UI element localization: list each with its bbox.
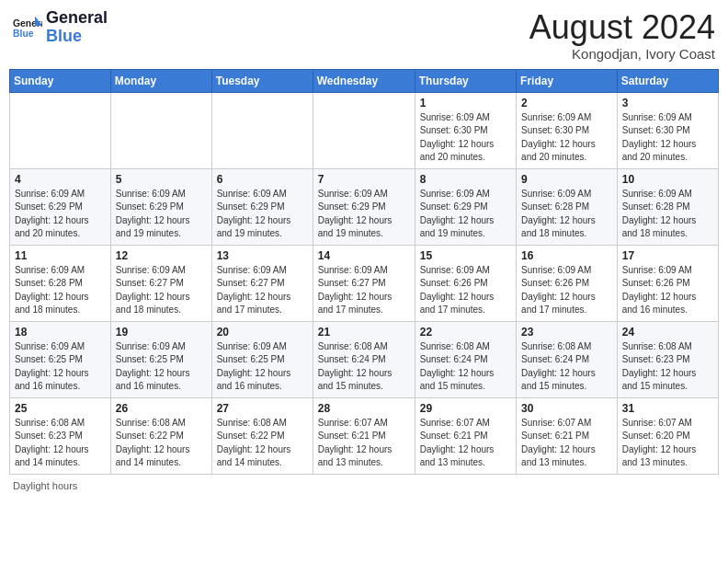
calendar-cell: 8Sunrise: 6:09 AMSunset: 6:29 PMDaylight… [415, 168, 516, 245]
day-info: Sunrise: 6:08 AMSunset: 6:23 PMDaylight:… [622, 340, 713, 394]
day-info: Sunrise: 6:08 AMSunset: 6:23 PMDaylight:… [15, 417, 106, 470]
calendar-cell [313, 92, 415, 168]
day-info: Sunrise: 6:09 AMSunset: 6:28 PMDaylight:… [15, 264, 106, 317]
calendar-cell [10, 92, 111, 168]
day-number: 5 [116, 173, 207, 186]
calendar-cell: 20Sunrise: 6:09 AMSunset: 6:25 PMDayligh… [211, 321, 313, 397]
day-number: 2 [521, 97, 612, 109]
day-info: Sunrise: 6:09 AMSunset: 6:27 PMDaylight:… [318, 264, 410, 317]
day-number: 10 [622, 173, 713, 186]
day-info: Sunrise: 6:09 AMSunset: 6:28 PMDaylight:… [521, 188, 612, 241]
day-number: 30 [521, 402, 612, 415]
page-header: General Blue General Blue August 2024 Ko… [9, 9, 719, 62]
day-number: 28 [318, 402, 410, 415]
day-number: 23 [521, 326, 612, 339]
day-info: Sunrise: 6:09 AMSunset: 6:30 PMDaylight:… [622, 111, 713, 165]
day-info: Sunrise: 6:07 AMSunset: 6:21 PMDaylight:… [318, 417, 410, 470]
day-info: Sunrise: 6:09 AMSunset: 6:25 PMDaylight:… [116, 340, 207, 394]
day-number: 7 [318, 173, 410, 186]
svg-text:Blue: Blue [13, 29, 34, 39]
day-info: Sunrise: 6:09 AMSunset: 6:30 PMDaylight:… [420, 111, 511, 165]
day-number: 14 [318, 249, 410, 262]
col-header-sunday: Sunday [10, 69, 111, 92]
calendar-cell: 10Sunrise: 6:09 AMSunset: 6:28 PMDayligh… [617, 168, 718, 245]
day-info: Sunrise: 6:08 AMSunset: 6:24 PMDaylight:… [521, 340, 612, 394]
calendar-cell: 31Sunrise: 6:07 AMSunset: 6:20 PMDayligh… [617, 397, 718, 474]
day-info: Sunrise: 6:07 AMSunset: 6:20 PMDaylight:… [622, 417, 713, 470]
calendar-week-3: 11Sunrise: 6:09 AMSunset: 6:28 PMDayligh… [10, 245, 719, 321]
day-number: 25 [15, 402, 106, 415]
day-info: Sunrise: 6:09 AMSunset: 6:29 PMDaylight:… [420, 188, 511, 241]
calendar-cell: 23Sunrise: 6:08 AMSunset: 6:24 PMDayligh… [517, 321, 618, 397]
day-number: 29 [420, 402, 511, 415]
calendar-cell [110, 92, 211, 168]
day-info: Sunrise: 6:09 AMSunset: 6:27 PMDaylight:… [217, 264, 308, 317]
calendar-cell: 2Sunrise: 6:09 AMSunset: 6:30 PMDaylight… [517, 92, 618, 168]
day-info: Sunrise: 6:09 AMSunset: 6:29 PMDaylight:… [15, 188, 106, 241]
calendar-cell: 13Sunrise: 6:09 AMSunset: 6:27 PMDayligh… [211, 245, 313, 321]
calendar-cell: 1Sunrise: 6:09 AMSunset: 6:30 PMDaylight… [415, 92, 516, 168]
day-info: Sunrise: 6:09 AMSunset: 6:30 PMDaylight:… [521, 111, 612, 165]
calendar-header-row: SundayMondayTuesdayWednesdayThursdayFrid… [10, 69, 719, 92]
col-header-tuesday: Tuesday [211, 69, 313, 92]
day-number: 15 [420, 249, 511, 262]
col-header-friday: Friday [517, 69, 618, 92]
main-title: August 2024 [529, 9, 715, 46]
calendar-cell: 17Sunrise: 6:09 AMSunset: 6:26 PMDayligh… [617, 245, 718, 321]
logo-text-general: General [46, 9, 108, 28]
calendar-cell: 30Sunrise: 6:07 AMSunset: 6:21 PMDayligh… [517, 397, 618, 474]
calendar-week-1: 1Sunrise: 6:09 AMSunset: 6:30 PMDaylight… [10, 92, 719, 168]
day-info: Sunrise: 6:09 AMSunset: 6:27 PMDaylight:… [116, 264, 207, 317]
day-info: Sunrise: 6:09 AMSunset: 6:29 PMDaylight:… [217, 188, 308, 241]
day-info: Sunrise: 6:09 AMSunset: 6:26 PMDaylight:… [622, 264, 713, 317]
calendar-week-2: 4Sunrise: 6:09 AMSunset: 6:29 PMDaylight… [10, 168, 719, 245]
logo: General Blue General Blue [13, 9, 108, 46]
day-number: 4 [15, 173, 106, 186]
calendar-week-5: 25Sunrise: 6:08 AMSunset: 6:23 PMDayligh… [10, 397, 719, 474]
calendar-cell: 11Sunrise: 6:09 AMSunset: 6:28 PMDayligh… [10, 245, 111, 321]
calendar-cell: 25Sunrise: 6:08 AMSunset: 6:23 PMDayligh… [10, 397, 111, 474]
day-info: Sunrise: 6:08 AMSunset: 6:22 PMDaylight:… [116, 417, 207, 470]
calendar-cell: 16Sunrise: 6:09 AMSunset: 6:26 PMDayligh… [517, 245, 618, 321]
day-info: Sunrise: 6:09 AMSunset: 6:29 PMDaylight:… [116, 188, 207, 241]
day-number: 27 [217, 402, 308, 415]
day-info: Sunrise: 6:08 AMSunset: 6:24 PMDaylight:… [318, 340, 410, 394]
calendar-table: SundayMondayTuesdayWednesdayThursdayFrid… [9, 69, 719, 475]
calendar-cell: 15Sunrise: 6:09 AMSunset: 6:26 PMDayligh… [415, 245, 516, 321]
day-info: Sunrise: 6:07 AMSunset: 6:21 PMDaylight:… [420, 417, 511, 470]
calendar-cell: 19Sunrise: 6:09 AMSunset: 6:25 PMDayligh… [110, 321, 211, 397]
day-number: 19 [116, 326, 207, 339]
logo-text-blue: Blue [46, 28, 108, 46]
calendar-cell: 28Sunrise: 6:07 AMSunset: 6:21 PMDayligh… [313, 397, 415, 474]
calendar-cell: 29Sunrise: 6:07 AMSunset: 6:21 PMDayligh… [415, 397, 516, 474]
day-number: 6 [217, 173, 308, 186]
calendar-cell: 6Sunrise: 6:09 AMSunset: 6:29 PMDaylight… [211, 168, 313, 245]
footer-text: Daylight hours [13, 480, 77, 491]
col-header-wednesday: Wednesday [313, 69, 415, 92]
calendar-cell [211, 92, 313, 168]
calendar-cell: 7Sunrise: 6:09 AMSunset: 6:29 PMDaylight… [313, 168, 415, 245]
calendar-cell: 9Sunrise: 6:09 AMSunset: 6:28 PMDaylight… [517, 168, 618, 245]
title-block: August 2024 Kongodjan, Ivory Coast [529, 9, 715, 62]
calendar-cell: 5Sunrise: 6:09 AMSunset: 6:29 PMDaylight… [110, 168, 211, 245]
day-number: 18 [15, 326, 106, 339]
day-info: Sunrise: 6:08 AMSunset: 6:24 PMDaylight:… [420, 340, 511, 394]
col-header-monday: Monday [110, 69, 211, 92]
day-info: Sunrise: 6:08 AMSunset: 6:22 PMDaylight:… [217, 417, 308, 470]
calendar-cell: 22Sunrise: 6:08 AMSunset: 6:24 PMDayligh… [415, 321, 516, 397]
day-number: 22 [420, 326, 511, 339]
col-header-saturday: Saturday [617, 69, 718, 92]
day-number: 12 [116, 249, 207, 262]
logo-icon: General Blue [13, 15, 42, 40]
day-info: Sunrise: 6:09 AMSunset: 6:26 PMDaylight:… [521, 264, 612, 317]
day-info: Sunrise: 6:09 AMSunset: 6:25 PMDaylight:… [15, 340, 106, 394]
calendar-cell: 26Sunrise: 6:08 AMSunset: 6:22 PMDayligh… [110, 397, 211, 474]
footer-note: Daylight hours [9, 480, 719, 491]
calendar-cell: 12Sunrise: 6:09 AMSunset: 6:27 PMDayligh… [110, 245, 211, 321]
day-number: 3 [622, 97, 713, 109]
day-number: 8 [420, 173, 511, 186]
day-number: 17 [622, 249, 713, 262]
day-info: Sunrise: 6:09 AMSunset: 6:26 PMDaylight:… [420, 264, 511, 317]
day-info: Sunrise: 6:09 AMSunset: 6:28 PMDaylight:… [622, 188, 713, 241]
day-info: Sunrise: 6:07 AMSunset: 6:21 PMDaylight:… [521, 417, 612, 470]
